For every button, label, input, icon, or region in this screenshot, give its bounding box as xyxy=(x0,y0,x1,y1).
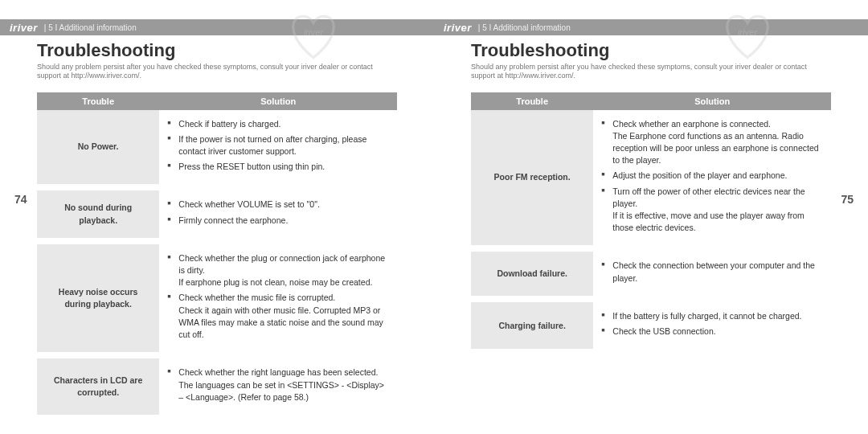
solution-cell: Check the connection between your comput… xyxy=(593,252,831,295)
table-row: Download failure.Check the connection be… xyxy=(471,252,831,295)
troubleshooting-table: Trouble Solution No Power.Check if batte… xyxy=(37,92,397,416)
th-solution: Solution xyxy=(593,92,831,110)
section-header: iriver | 5 I Additional information iriv… xyxy=(434,19,868,35)
solution-subtext: The languages can be set in <SETTINGS> -… xyxy=(178,379,389,403)
solution-item: Turn off the power of other electric dev… xyxy=(601,186,823,235)
solution-item: Firmly connect the earphone. xyxy=(167,215,389,227)
solution-subtext: The Earphone cord functions as an antenn… xyxy=(612,130,823,167)
trouble-cell: Characters in LCD are corrupted. xyxy=(37,358,159,415)
table-row: Heavy noise occurs during playback.Check… xyxy=(37,244,397,353)
solution-subtext: If earphone plug is not clean, noise may… xyxy=(178,276,389,289)
solution-item: If the battery is fully charged, it cann… xyxy=(601,310,823,322)
solution-item: Check whether the plug or connection jac… xyxy=(167,252,389,289)
solution-cell: If the battery is fully charged, it cann… xyxy=(593,302,831,349)
brand-logo: iriver xyxy=(10,22,38,34)
th-solution: Solution xyxy=(159,92,397,110)
page-number: 75 xyxy=(841,193,854,206)
trouble-cell: Download failure. xyxy=(471,252,593,295)
trouble-cell: No Power. xyxy=(37,110,159,185)
brand-logo: iriver xyxy=(444,22,472,34)
solution-item: If the power is not turned on after char… xyxy=(167,133,389,158)
trouble-cell: No sound during playback. xyxy=(37,190,159,237)
solution-cell: Check whether the right language has bee… xyxy=(159,358,397,415)
solution-item: Check whether the music file is corrupte… xyxy=(167,292,389,341)
troubleshooting-table: Trouble Solution Poor FM reception.Check… xyxy=(471,92,831,350)
th-trouble: Trouble xyxy=(37,92,159,110)
table-row: No sound during playback.Check whether V… xyxy=(37,190,397,237)
section-label: | 5 I Additional information xyxy=(478,23,571,32)
solution-cell: Check whether the plug or connection jac… xyxy=(159,244,397,353)
table-row: No Power.Check if battery is charged.If … xyxy=(37,110,397,185)
svg-text:iriver: iriver xyxy=(738,27,759,37)
th-trouble: Trouble xyxy=(471,92,593,110)
solution-subtext: If it is effective, move and use the pla… xyxy=(612,210,823,234)
trouble-cell: Heavy noise occurs during playback. xyxy=(37,244,159,353)
solution-item: Check whether an earphone is connected.T… xyxy=(601,118,823,167)
section-label: | 5 I Additional information xyxy=(44,23,137,32)
solution-cell: Check whether VOLUME is set to "0".Firml… xyxy=(159,190,397,237)
solution-item: Check the USB connection. xyxy=(601,326,823,338)
page-title: Troubleshooting xyxy=(37,40,397,61)
manual-page-left: 74 iriver | 5 I Additional information i… xyxy=(0,0,434,434)
page-title: Troubleshooting xyxy=(471,40,831,61)
table-row: Characters in LCD are corrupted.Check wh… xyxy=(37,358,397,415)
solution-item: Press the RESET button using thin pin. xyxy=(167,161,389,173)
solution-cell: Check whether an earphone is connected.T… xyxy=(593,110,831,246)
intro-text: Should any problem persist after you hav… xyxy=(37,63,375,81)
intro-text: Should any problem persist after you hav… xyxy=(471,63,809,81)
solution-item: Adjust the position of the player and ea… xyxy=(601,170,823,182)
solution-item: Check whether VOLUME is set to "0". xyxy=(167,199,389,211)
page-content: Troubleshooting Should any problem persi… xyxy=(0,40,434,415)
page-number: 74 xyxy=(14,193,27,206)
table-row: Poor FM reception.Check whether an earph… xyxy=(471,110,831,246)
solution-subtext: Check it again with other music file. Co… xyxy=(178,305,389,342)
page-content: Troubleshooting Should any problem persi… xyxy=(434,40,868,349)
solution-item: Check whether the right language has bee… xyxy=(167,366,389,403)
manual-page-right: 75 iriver | 5 I Additional information i… xyxy=(434,0,868,434)
solution-item: Check the connection between your comput… xyxy=(601,260,823,284)
trouble-cell: Charging failure. xyxy=(471,302,593,349)
solution-item: Check if battery is charged. xyxy=(167,118,389,130)
trouble-cell: Poor FM reception. xyxy=(471,110,593,246)
solution-cell: Check if battery is charged.If the power… xyxy=(159,110,397,185)
svg-text:iriver: iriver xyxy=(304,27,325,37)
section-header: iriver | 5 I Additional information iriv… xyxy=(0,19,434,35)
table-row: Charging failure.If the battery is fully… xyxy=(471,302,831,349)
